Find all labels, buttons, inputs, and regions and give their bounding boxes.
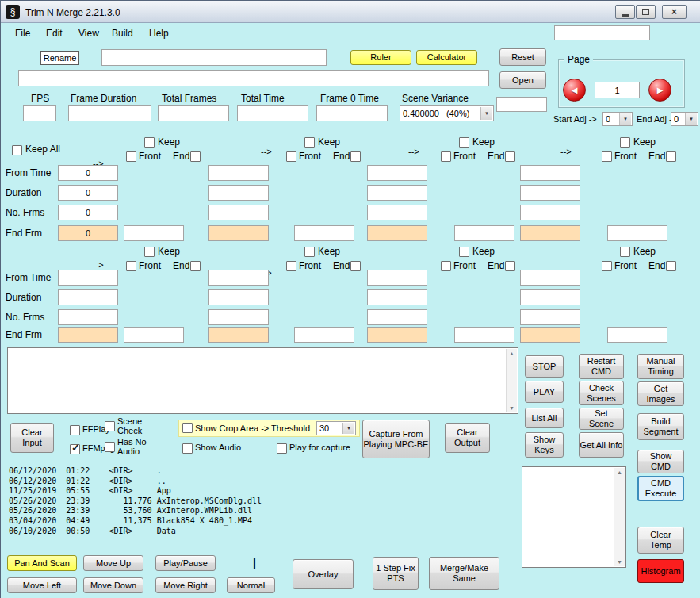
move-down-button[interactable]: Move Down (83, 577, 143, 593)
end-frm-extra-input-r2c1[interactable] (124, 327, 184, 343)
end-frm-extra-input-r1c1[interactable] (124, 225, 184, 241)
end-frm-input-r1c2[interactable] (208, 225, 269, 241)
preview-list-panel[interactable]: ▲ ▼ (522, 466, 626, 568)
ffplay-checkbox[interactable] (70, 425, 80, 435)
no-frms-input-r2c2[interactable] (208, 309, 269, 325)
end-frm-extra-input-r1c3[interactable] (454, 225, 514, 241)
restart-cmd-button[interactable]: Restart CMD (579, 354, 624, 379)
front-checkbox-r1g4[interactable] (602, 151, 612, 162)
front-checkbox-r2g2[interactable] (286, 261, 296, 271)
end-frm-input-r1c1[interactable] (58, 225, 118, 241)
from-time-input-r1c4[interactable] (520, 165, 580, 181)
no-frms-input-r2c4[interactable] (520, 309, 580, 325)
front-checkbox-r2g1[interactable] (126, 261, 136, 271)
front-checkbox-r2g4[interactable] (602, 261, 612, 271)
clear-output-button[interactable]: Clear Output (445, 423, 490, 453)
move-left-button[interactable]: Move Left (7, 577, 77, 593)
duration-input-r2c2[interactable] (208, 289, 269, 305)
end-checkbox-r2g2[interactable] (350, 261, 361, 271)
list-all-button[interactable]: List All (525, 408, 564, 428)
front-checkbox-r1g2[interactable] (286, 151, 296, 162)
end-frm-input-r2c4[interactable] (520, 327, 580, 343)
play-for-capture-checkbox[interactable] (277, 443, 287, 454)
overlay-button[interactable]: Overlay (293, 559, 354, 589)
keep-checkbox-r2g2[interactable] (304, 247, 315, 257)
keep-checkbox-r2g4[interactable] (620, 247, 630, 257)
from-time-input-r2c3[interactable] (367, 270, 427, 286)
file-listing[interactable]: 06/12/2020 01:22 <DIR> .06/12/2020 01:22… (9, 466, 516, 539)
end-checkbox-r1g4[interactable] (666, 151, 676, 162)
end-checkbox-r2g1[interactable] (190, 261, 201, 271)
duration-input-r1c1[interactable] (58, 185, 118, 201)
duration-input-r1c2[interactable] (208, 185, 269, 201)
show-audio-checkbox[interactable] (182, 443, 193, 454)
threshold-select[interactable]: 30 ▼ (316, 421, 356, 435)
end-frm-input-r2c3[interactable] (367, 327, 427, 343)
get-all-info-button[interactable]: Get All Info (579, 432, 624, 458)
set-scene-button[interactable]: Set Scene (579, 408, 624, 430)
cmd-execute-button[interactable]: CMD Execute (637, 476, 684, 501)
move-up-button[interactable]: Move Up (83, 555, 143, 571)
ffmpeg-checkbox[interactable]: ✓ (70, 444, 80, 454)
end-frm-extra-input-r2c3[interactable] (454, 327, 514, 343)
output-console[interactable]: ▲ ▼ (7, 347, 518, 414)
end-frm-extra-input-r2c2[interactable] (294, 327, 354, 343)
histogram-button[interactable]: Histogram (637, 559, 684, 583)
end-frm-input-r1c4[interactable] (520, 225, 580, 241)
duration-input-r2c1[interactable] (58, 289, 118, 305)
duration-input-r1c3[interactable] (367, 185, 427, 201)
no-frms-input-r2c3[interactable] (367, 309, 427, 325)
front-checkbox-r1g3[interactable] (441, 151, 451, 162)
clear-input-button[interactable]: Clear Input (10, 423, 54, 453)
from-time-input-r1c1[interactable] (58, 165, 118, 181)
end-frm-extra-input-r1c2[interactable] (294, 225, 354, 241)
keep-checkbox-r1g1[interactable] (144, 137, 155, 148)
scene-check-checkbox[interactable] (105, 421, 115, 431)
no-frms-input-r2c1[interactable] (58, 309, 118, 325)
no-frms-input-r1c1[interactable] (58, 205, 118, 220)
pan-and-scan-button[interactable]: Pan And Scan (7, 555, 77, 571)
manual-timing-button[interactable]: Manual Timing (637, 354, 684, 379)
check-scenes-button[interactable]: Check Scenes (579, 381, 624, 405)
end-frm-input-r2c1[interactable] (58, 327, 118, 343)
end-frm-input-r1c3[interactable] (367, 225, 427, 241)
has-no-audio-checkbox[interactable] (105, 442, 115, 452)
duration-input-r2c4[interactable] (520, 289, 580, 305)
duration-input-r2c3[interactable] (367, 289, 427, 305)
move-right-button[interactable]: Move Right (155, 577, 216, 593)
from-time-input-r2c1[interactable] (58, 270, 118, 286)
clear-temp-button[interactable]: Clear Temp (637, 527, 684, 554)
front-checkbox-r2g3[interactable] (441, 261, 451, 271)
keep-checkbox-r2g1[interactable] (144, 247, 155, 257)
no-frms-input-r1c3[interactable] (367, 205, 427, 220)
from-time-input-r1c3[interactable] (367, 165, 427, 181)
end-checkbox-r2g4[interactable] (666, 261, 676, 271)
end-checkbox-r2g3[interactable] (505, 261, 515, 271)
keep-checkbox-r2g3[interactable] (459, 247, 469, 257)
build-segment-button[interactable]: Build Segment (637, 413, 684, 440)
get-images-button[interactable]: Get Images (637, 381, 684, 406)
stop-button[interactable]: STOP (525, 355, 564, 378)
show-keys-button[interactable]: Show Keys (525, 432, 564, 458)
merge-make-same-button[interactable]: Merge/Make Same (429, 557, 499, 590)
end-frm-extra-input-r1c4[interactable] (607, 225, 667, 241)
keep-checkbox-r1g3[interactable] (459, 137, 469, 148)
from-time-input-r2c2[interactable] (208, 270, 269, 286)
keep-checkbox-r1g4[interactable] (620, 137, 630, 148)
play-pause-button[interactable]: Play/Pause (155, 555, 216, 571)
capture-from-playing-button[interactable]: Capture From Playing MPC-BE (362, 420, 430, 458)
no-frms-input-r1c4[interactable] (520, 205, 580, 220)
fix-pts-button[interactable]: 1 Step Fix PTS (373, 557, 419, 590)
normal-button[interactable]: Normal (227, 577, 275, 593)
from-time-input-r2c4[interactable] (520, 270, 580, 286)
no-frms-input-r1c2[interactable] (208, 205, 269, 220)
show-cmd-button[interactable]: Show CMD (637, 450, 684, 473)
play-button[interactable]: PLAY (525, 381, 564, 403)
from-time-input-r1c2[interactable] (208, 165, 269, 181)
preview-scrollbar[interactable]: ▲ ▼ (614, 468, 625, 566)
output-scrollbar[interactable]: ▲ ▼ (506, 349, 517, 412)
duration-input-r1c4[interactable] (520, 185, 580, 201)
end-checkbox-r1g1[interactable] (190, 151, 201, 162)
keep-checkbox-r1g2[interactable] (304, 137, 315, 148)
show-crop-checkbox[interactable] (182, 423, 193, 433)
